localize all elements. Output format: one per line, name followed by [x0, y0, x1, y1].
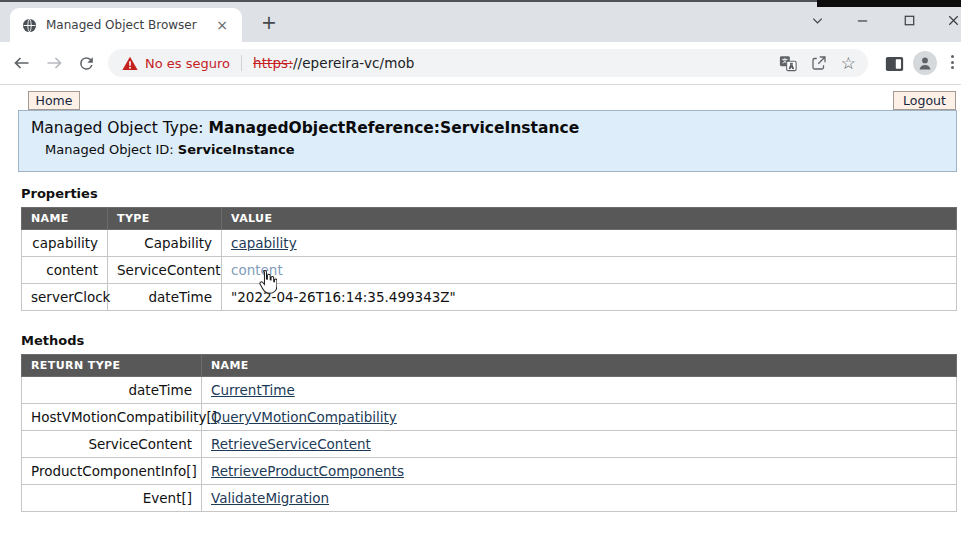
method-return-type-cell: dateTime	[22, 377, 202, 404]
logout-button[interactable]: Logout	[893, 91, 956, 110]
managed-object-type-line: Managed Object Type: ManagedObjectRefere…	[31, 119, 956, 137]
profile-avatar[interactable]	[913, 51, 937, 75]
type-value: ManagedObjectReference:ServiceInstance	[209, 119, 580, 137]
property-name-cell: serverClock	[22, 284, 108, 311]
managed-object-id-line: Managed Object ID: ServiceInstance	[45, 142, 956, 157]
property-name-cell: content	[22, 257, 108, 284]
tab-strip: Managed Object Browser × +	[0, 0, 961, 42]
property-value-link[interactable]: content	[231, 262, 283, 278]
col-header-name: NAME	[22, 208, 108, 230]
back-button[interactable]	[11, 52, 33, 74]
managed-object-header: Managed Object Type: ManagedObjectRefere…	[18, 110, 957, 172]
property-type-cell: dateTime	[108, 284, 222, 311]
warning-triangle-icon[interactable]	[122, 56, 138, 71]
method-row: Event[]ValidateMigration	[22, 485, 957, 512]
security-warning-label[interactable]: No es seguro	[145, 56, 230, 71]
col-header-return-type: RETURN TYPE	[22, 355, 202, 377]
tab-close-icon[interactable]: ×	[212, 16, 232, 34]
methods-section-title: Methods	[21, 333, 84, 348]
properties-table: NAME TYPE VALUE capabilityCapabilitycapa…	[21, 207, 957, 311]
method-link[interactable]: RetrieveServiceContent	[211, 436, 371, 452]
method-name-cell: RetrieveProductComponents	[202, 458, 957, 485]
side-panel-icon[interactable]	[883, 53, 905, 75]
window-top-black-strip	[817, 0, 961, 7]
methods-header-row: RETURN TYPE NAME	[22, 355, 957, 377]
method-name-cell: CurrentTime	[202, 377, 957, 404]
method-row: HostVMotionCompatibility[]QueryVMotionCo…	[22, 404, 957, 431]
window-maximize-icon[interactable]	[900, 11, 918, 29]
method-link[interactable]: QueryVMotionCompatibility	[211, 409, 397, 425]
window-minimize-icon[interactable]	[853, 11, 871, 29]
property-row: capabilityCapabilitycapability	[22, 230, 957, 257]
id-label: Managed Object ID:	[45, 142, 178, 157]
browser-menu-icon[interactable]	[951, 55, 954, 69]
url-scheme: https:	[253, 55, 293, 71]
method-row: ServiceContentRetrieveServiceContent	[22, 431, 957, 458]
properties-header-row: NAME TYPE VALUE	[22, 208, 957, 230]
bookmark-star-icon[interactable]: ☆	[841, 55, 856, 72]
method-link[interactable]: ValidateMigration	[211, 490, 329, 506]
property-row: contentServiceContentcontent	[22, 257, 957, 284]
method-return-type-cell: HostVMotionCompatibility[]	[22, 404, 202, 431]
method-name-cell: ValidateMigration	[202, 485, 957, 512]
url-rest: //epereira-vc/mob	[293, 55, 415, 71]
col-header-value: VALUE	[222, 208, 957, 230]
method-return-type-cell: Event[]	[22, 485, 202, 512]
property-value-cell: "2022-04-26T16:14:35.499343Z"	[222, 284, 957, 311]
properties-section-title: Properties	[21, 186, 98, 201]
window-close-icon[interactable]	[944, 11, 961, 29]
col-header-type: TYPE	[108, 208, 222, 230]
property-value-cell: capability	[222, 230, 957, 257]
property-value-link[interactable]: capability	[231, 235, 297, 251]
method-name-cell: RetrieveServiceContent	[202, 431, 957, 458]
tab-title: Managed Object Browser	[46, 18, 212, 32]
window-chevron-down-icon[interactable]	[808, 11, 826, 29]
browser-tab[interactable]: Managed Object Browser ×	[10, 8, 242, 42]
translate-icon[interactable]	[779, 54, 797, 72]
browser-window: Managed Object Browser × +	[0, 0, 961, 545]
home-button[interactable]: Home	[28, 91, 80, 110]
method-link[interactable]: RetrieveProductComponents	[211, 463, 404, 479]
property-name-cell: capability	[22, 230, 108, 257]
method-name-cell: QueryVMotionCompatibility	[202, 404, 957, 431]
property-type-cell: Capability	[108, 230, 222, 257]
property-row: serverClockdateTime"2022-04-26T16:14:35.…	[22, 284, 957, 311]
forward-button[interactable]	[43, 52, 65, 74]
type-label: Managed Object Type:	[31, 119, 209, 137]
col-header-method-name: NAME	[202, 355, 957, 377]
method-return-type-cell: ProductComponentInfo[]	[22, 458, 202, 485]
id-value: ServiceInstance	[178, 142, 295, 157]
address-separator	[241, 55, 242, 71]
share-icon[interactable]	[810, 54, 828, 72]
method-return-type-cell: ServiceContent	[22, 431, 202, 458]
new-tab-button[interactable]: +	[257, 11, 281, 33]
method-link[interactable]: CurrentTime	[211, 382, 295, 398]
method-row: dateTimeCurrentTime	[22, 377, 957, 404]
property-type-cell: ServiceContent	[108, 257, 222, 284]
globe-favicon-icon	[22, 18, 37, 33]
reload-button[interactable]	[75, 52, 97, 74]
property-value-cell: content	[222, 257, 957, 284]
address-bar[interactable]: No es seguro https://epereira-vc/mob ☆	[108, 49, 868, 77]
method-row: ProductComponentInfo[]RetrieveProductCom…	[22, 458, 957, 485]
methods-table: RETURN TYPE NAME dateTimeCurrentTimeHost…	[21, 354, 957, 512]
url-text[interactable]: https://epereira-vc/mob	[253, 55, 414, 71]
mob-page: Home Logout Managed Object Type: Managed…	[0, 85, 961, 545]
browser-toolbar: No es seguro https://epereira-vc/mob ☆	[0, 42, 961, 84]
